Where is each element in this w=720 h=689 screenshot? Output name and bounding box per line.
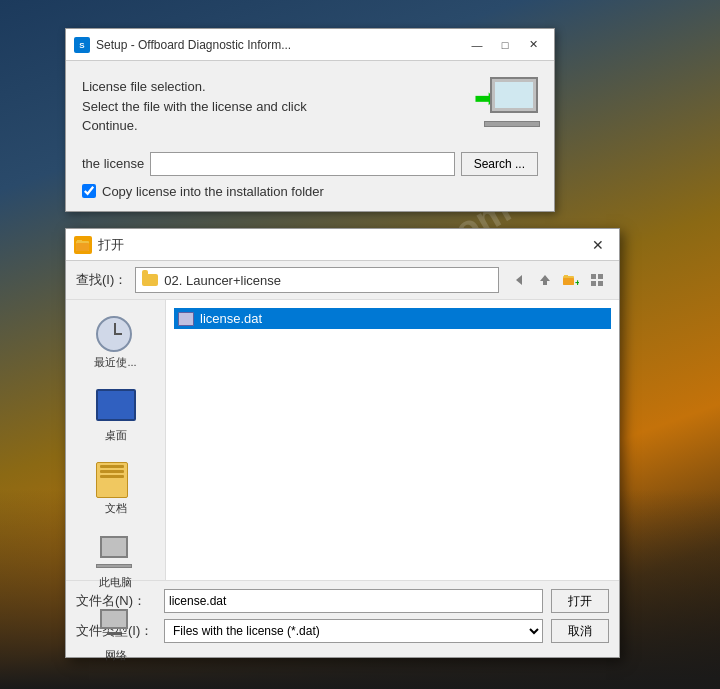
svg-rect-11 — [591, 281, 596, 286]
open-toolbar: 查找(I)： 02. Launcer+license — [66, 261, 619, 300]
svg-rect-6 — [563, 278, 574, 285]
setup-text-line3: Continue. — [82, 116, 462, 136]
sidebar-item-recent[interactable]: 最近使... — [73, 312, 158, 373]
view-toggle-button[interactable] — [585, 268, 609, 292]
open-close-button[interactable]: ✕ — [585, 235, 611, 255]
setup-dialog: S Setup - Offboard Diagnostic Inform... … — [65, 28, 555, 212]
open-dialog: 打开 ✕ 查找(I)： 02. Launcer+license — [65, 228, 620, 658]
checkbox-row: Copy license into the installation folde… — [82, 184, 538, 199]
open-file-button[interactable]: 打开 — [551, 589, 609, 613]
svg-rect-3 — [76, 243, 89, 251]
new-folder-button[interactable]: + — [559, 268, 583, 292]
sidebar-documents-label: 文档 — [105, 502, 127, 515]
filename-input[interactable] — [164, 589, 543, 613]
open-app-icon — [74, 236, 92, 254]
file-name: license.dat — [200, 311, 262, 326]
setup-app-icon: S — [74, 37, 90, 53]
up-folder-button[interactable] — [533, 268, 557, 292]
toolbar-icons: + — [507, 268, 609, 292]
license-label: the license — [82, 156, 144, 171]
svg-rect-4 — [77, 240, 82, 243]
open-sidebar: 最近使... 桌面 文档 — [66, 300, 166, 580]
back-button[interactable] — [507, 268, 531, 292]
setup-text-line2: Select the file with the license and cli… — [82, 97, 462, 117]
list-item[interactable]: license.dat — [174, 308, 611, 329]
svg-text:+: + — [575, 278, 579, 287]
svg-rect-10 — [598, 274, 603, 279]
pc-icon — [96, 536, 136, 572]
open-dialog-title: 打开 — [98, 236, 124, 254]
sidebar-item-pc[interactable]: 此电脑 — [73, 532, 158, 593]
sidebar-item-desktop[interactable]: 桌面 — [73, 385, 158, 446]
file-icon — [178, 312, 194, 326]
setup-text-line1: License file selection. — [82, 77, 462, 97]
look-in-label: 查找(I)： — [76, 271, 127, 289]
setup-minimize-button[interactable]: — — [464, 35, 490, 55]
sidebar-recent-label: 最近使... — [94, 356, 136, 369]
path-selector[interactable]: 02. Launcer+license — [135, 267, 499, 293]
setup-dialog-title: Setup - Offboard Diagnostic Inform... — [96, 38, 291, 52]
setup-description: License file selection. Select the file … — [82, 77, 462, 136]
setup-titlebar-left: S Setup - Offboard Diagnostic Inform... — [74, 37, 291, 53]
search-button[interactable]: Search ... — [461, 152, 538, 176]
setup-content: License file selection. Select the file … — [66, 61, 554, 211]
recent-icon — [96, 316, 136, 352]
svg-rect-9 — [591, 274, 596, 279]
setup-computer-icon: ➡ — [474, 77, 538, 129]
cancel-button[interactable]: 取消 — [551, 619, 609, 643]
filename-row: 文件名(N)： 打开 — [76, 589, 609, 613]
sidebar-pc-label: 此电脑 — [99, 576, 132, 589]
sidebar-network-label: 网络 — [105, 649, 127, 662]
folder-icon — [142, 274, 158, 286]
setup-close-button[interactable]: ✕ — [520, 35, 546, 55]
computer-base-icon — [484, 121, 540, 127]
svg-rect-7 — [564, 275, 568, 278]
open-body: 最近使... 桌面 文档 — [66, 300, 619, 580]
sidebar-item-documents[interactable]: 文档 — [73, 458, 158, 519]
filetype-row: 文件类型(I)： Files with the license (*.dat) … — [76, 619, 609, 643]
setup-titlebar-controls: — □ ✕ — [464, 35, 546, 55]
open-main-area[interactable]: license.dat — [166, 300, 619, 580]
filetype-select[interactable]: Files with the license (*.dat) — [164, 619, 543, 643]
svg-rect-12 — [598, 281, 603, 286]
documents-icon — [96, 462, 136, 498]
current-path-text: 02. Launcer+license — [164, 273, 281, 288]
filename-label: 文件名(N)： — [76, 592, 156, 610]
sidebar-desktop-label: 桌面 — [105, 429, 127, 442]
setup-titlebar: S Setup - Offboard Diagnostic Inform... … — [66, 29, 554, 61]
copy-license-label: Copy license into the installation folde… — [102, 184, 324, 199]
setup-maximize-button[interactable]: □ — [492, 35, 518, 55]
svg-text:S: S — [79, 41, 85, 50]
open-titlebar-left: 打开 — [74, 236, 124, 254]
network-icon — [96, 609, 136, 645]
desktop-icon — [96, 389, 136, 425]
monitor-icon — [490, 77, 538, 113]
open-titlebar: 打开 ✕ — [66, 229, 619, 261]
setup-license-row: the license Search ... — [82, 152, 538, 176]
setup-body: License file selection. Select the file … — [82, 77, 538, 136]
license-input[interactable] — [150, 152, 454, 176]
copy-license-checkbox[interactable] — [82, 184, 96, 198]
